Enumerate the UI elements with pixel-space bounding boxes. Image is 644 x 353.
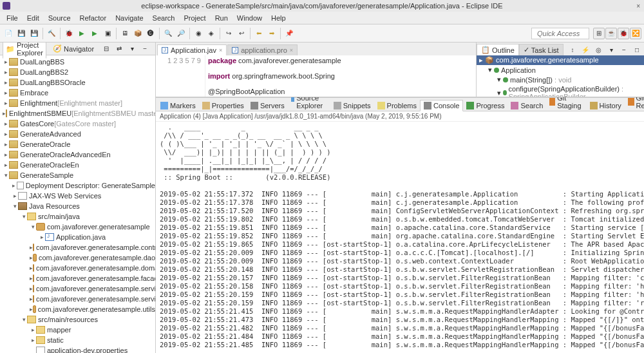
menu-help[interactable]: Help — [267, 13, 290, 23]
outline-max-icon[interactable]: □ — [631, 44, 643, 55]
menu-source[interactable]: Source — [44, 13, 75, 23]
pin-icon[interactable]: 📌 — [283, 28, 295, 39]
tree-node[interactable]: application-dev.properties — [0, 345, 155, 353]
close-tab-icon[interactable]: × — [290, 47, 293, 53]
bottom-tab-console[interactable]: Console — [420, 100, 463, 111]
coverage-icon[interactable]: ▣ — [102, 28, 113, 39]
tree-node[interactable]: ▸GenerateAdvanced — [0, 129, 155, 139]
bottom-tab-git-repositories[interactable]: Git Repositories — [625, 97, 644, 111]
new-package-icon[interactable]: 📦 — [132, 28, 144, 39]
tree-node[interactable]: ▸com.javaforever.generatesample.domain — [0, 263, 155, 273]
editor-tab[interactable]: Application.jav× — [157, 44, 227, 55]
bottom-tab-progress[interactable]: Progress — [463, 100, 507, 111]
bottom-tab-search[interactable]: Search — [507, 100, 546, 111]
outline-item[interactable]: ▾configure(SpringApplicationBuilder) : S… — [477, 84, 644, 97]
tree-node[interactable]: ▾Java Resources — [0, 201, 155, 211]
annotation-icon[interactable]: ◈ — [205, 28, 217, 39]
outline-min-icon[interactable]: − — [618, 44, 630, 55]
menu-refactor[interactable]: Refactor — [76, 13, 111, 23]
quick-access-input[interactable] — [531, 28, 589, 39]
tab-task-list[interactable]: ✓ Task List — [519, 44, 564, 55]
tab-outline[interactable]: 📋 Outline — [477, 44, 519, 55]
project-tree[interactable]: ▸DualLangBBS▸DualLangBBS2▸DualLangBBSOra… — [0, 55, 155, 353]
tree-node[interactable]: ▸DualLangBBSOracle — [0, 77, 155, 88]
back-icon[interactable]: ⬅ — [253, 28, 265, 39]
open-type-icon[interactable]: 🔍 — [162, 28, 174, 39]
collapse-all-icon[interactable]: ⊟ — [100, 43, 112, 55]
close-tab-icon[interactable]: × — [219, 47, 222, 53]
save-all-icon[interactable]: 💾 — [28, 28, 40, 39]
tab-navigator[interactable]: 🧭 Navigator — [50, 43, 97, 54]
tree-node[interactable]: ▸com.javaforever.generatesample.dao — [0, 253, 155, 263]
run-last-icon[interactable]: ▶ — [89, 28, 100, 39]
tree-node[interactable]: ▾GenerateSample — [0, 170, 155, 180]
bottom-tab-markers[interactable]: Markers — [157, 100, 199, 111]
outline-item[interactable]: ▾Application — [477, 65, 644, 75]
view-menu-icon[interactable]: ▾ — [126, 43, 138, 55]
open-perspective-icon[interactable]: ⊞ — [593, 28, 605, 39]
forward-icon[interactable]: ➡ — [266, 28, 278, 39]
focus-icon[interactable]: ◎ — [592, 44, 604, 55]
tree-node[interactable]: ▸JAX-WS Web Services — [0, 191, 155, 201]
run-icon[interactable]: ▶ — [76, 28, 88, 39]
tree-node[interactable]: ▸com.javaforever.generatesample.utils — [0, 304, 155, 314]
bottom-tab-data-source-explorer[interactable]: Data Source Explorer — [288, 97, 330, 111]
bottom-tab-servers[interactable]: Servers — [247, 100, 288, 111]
tree-node[interactable]: ▸GenerateOracleAdvancedEn — [0, 149, 155, 160]
new-class-icon[interactable]: 🅒 — [145, 28, 156, 39]
java-ee-perspective-icon[interactable]: ☕ — [605, 28, 617, 39]
tree-node[interactable]: ▸Application.java — [0, 232, 155, 242]
outline-package[interactable]: ▸ 📦 com.javaforever.generatesample — [477, 55, 644, 65]
outline-item[interactable]: ▾main(String[]) : void — [477, 75, 644, 84]
new-icon[interactable]: 📄 — [3, 28, 14, 39]
step-icon[interactable]: ↪ — [223, 28, 234, 39]
tree-node[interactable]: ▸com.javaforever.generatesample.servicei… — [0, 294, 155, 304]
editor-tab[interactable]: application.pro× — [227, 44, 298, 55]
filter-icon[interactable]: ⚡ — [580, 44, 591, 55]
tree-node[interactable]: ▾src/main/resources — [0, 314, 155, 325]
tree-node[interactable]: ▸GenerateOracle — [0, 139, 155, 149]
save-icon[interactable]: 💾 — [15, 28, 27, 39]
bottom-tab-history[interactable]: History — [587, 100, 625, 111]
bottom-tab-snippets[interactable]: Snippets — [330, 100, 374, 111]
tree-node[interactable]: ▸static — [0, 335, 155, 345]
bottom-tab-git-staging[interactable]: Git Staging — [546, 97, 586, 111]
outline-menu-icon[interactable]: ▾ — [605, 44, 617, 55]
tree-node[interactable]: ▾com.javaforever.generatesample — [0, 222, 155, 232]
tree-node[interactable]: ▸GenerateOracleEn — [0, 160, 155, 170]
tree-node[interactable]: ▸Deployment Descriptor: GenerateSample — [0, 180, 155, 191]
sort-icon[interactable]: ↕ — [567, 44, 578, 55]
tree-node[interactable]: ▸mapper — [0, 325, 155, 335]
close-icon[interactable]: × — [636, 3, 640, 10]
menu-search[interactable]: Search — [149, 13, 179, 23]
debug-perspective-icon[interactable]: 🐞 — [618, 28, 629, 39]
bottom-tab-problems[interactable]: Problems — [374, 100, 420, 111]
build-icon[interactable]: 🔨 — [46, 28, 57, 39]
bottom-tab-properties[interactable]: Properties — [199, 100, 247, 111]
code-editor[interactable]: package com.javaforever.generatesample i… — [205, 55, 476, 97]
link-editor-icon[interactable]: ⇄ — [113, 43, 125, 55]
git-perspective-icon[interactable]: 🔀 — [630, 28, 641, 39]
tree-node[interactable]: ▸com.javaforever.generatesample.controll… — [0, 242, 155, 253]
tree-node[interactable]: ▸Embrace — [0, 88, 155, 98]
search-icon[interactable]: 🔎 — [175, 28, 187, 39]
console-output[interactable]: . ____ _ __ _ _ /\\ / ___'_ __ _ _(_)_ _… — [156, 122, 644, 353]
menu-project[interactable]: Project — [180, 13, 209, 23]
menu-navigate[interactable]: Navigate — [111, 13, 147, 23]
menu-edit[interactable]: Edit — [23, 13, 43, 23]
menu-file[interactable]: File — [3, 13, 22, 23]
debug-icon[interactable]: 🐞 — [63, 28, 75, 39]
toggle-mark-icon[interactable]: ◉ — [193, 28, 204, 39]
tree-node[interactable]: ▾src/main/java — [0, 211, 155, 222]
minimize-icon[interactable]: − — [139, 43, 151, 55]
outline-tree[interactable]: ▸ 📦 com.javaforever.generatesample▾Appli… — [477, 55, 644, 97]
menu-run[interactable]: Run — [211, 13, 232, 23]
new-server-icon[interactable]: 🖥 — [119, 28, 131, 39]
tree-node[interactable]: ▸DualLangBBS — [0, 57, 155, 67]
step2-icon[interactable]: ↩ — [236, 28, 247, 39]
tree-node[interactable]: ▸EnlightmentSBMEU [EnlightmentSBMEU mast… — [0, 108, 155, 119]
tree-node[interactable]: ▸com.javaforever.generatesample.facade — [0, 273, 155, 283]
tree-node[interactable]: ▸GatesCore [GatesCore master] — [0, 119, 155, 129]
tree-node[interactable]: ▸DualLangBBS2 — [0, 67, 155, 77]
tree-node[interactable]: ▸Enlightment [Enlightment master] — [0, 98, 155, 108]
